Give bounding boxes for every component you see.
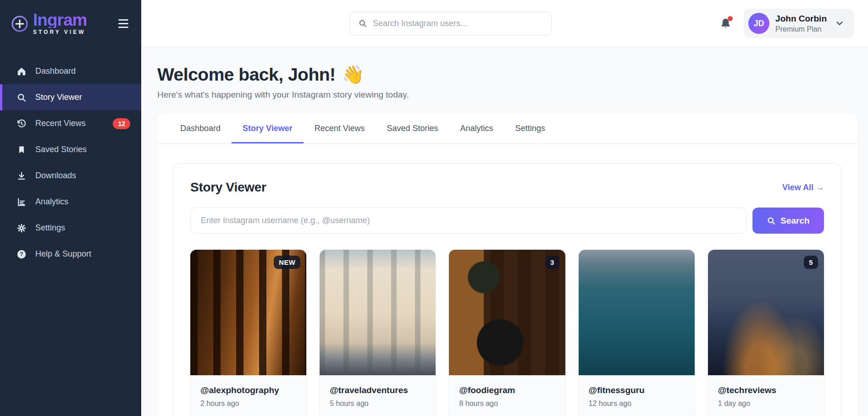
sidebar-item-label: Downloads <box>35 171 76 181</box>
story-badge: NEW <box>274 256 300 269</box>
story-image-ocean <box>579 250 695 375</box>
tab-analytics[interactable]: Analytics <box>449 114 504 143</box>
username-input[interactable] <box>190 208 746 234</box>
tab-dashboard[interactable]: Dashboard <box>169 114 232 143</box>
tab-recent-views[interactable]: Recent Views <box>304 114 376 143</box>
story-viewer-card: Story Viewer View All → Search <box>173 163 841 416</box>
help-icon: ? <box>16 249 27 260</box>
story-username: @alexphotography <box>200 385 296 395</box>
search-icon <box>16 92 27 103</box>
story-viewer-header: Story Viewer View All → <box>190 180 824 195</box>
user-menu[interactable]: JD John Corbin Premium Plan <box>744 9 854 38</box>
search-button-label: Search <box>780 216 809 226</box>
sidebar-item-label: Saved Stories <box>35 145 87 154</box>
header-actions: JD John Corbin Premium Plan <box>719 9 854 38</box>
download-icon <box>16 170 27 181</box>
search-button[interactable]: Search <box>752 208 824 234</box>
story-timestamp: 12 hours ago <box>589 400 685 408</box>
sidebar: Ingram STORY VIEW Dashboard Story V <box>0 0 141 416</box>
tab-story-viewer[interactable]: Story Viewer <box>232 114 304 143</box>
search-icon <box>358 19 367 28</box>
story-card[interactable]: @traveladventures 5 hours ago <box>320 250 436 416</box>
plus-circle-icon <box>10 14 29 33</box>
story-username: @traveladventures <box>330 385 426 395</box>
brand-tagline: STORY VIEW <box>33 29 87 35</box>
brand-name: Ingram <box>33 12 87 28</box>
global-search-box[interactable] <box>349 11 552 35</box>
story-timestamp: 2 hours ago <box>200 400 296 408</box>
main-panel: Dashboard Story Viewer Recent Views Save… <box>157 114 857 416</box>
panel-body: Story Viewer View All → Search <box>157 144 857 416</box>
page-content: Welcome back, John! 👋 Here's what's happ… <box>141 47 868 416</box>
sidebar-item-recent-views[interactable]: Recent Views 12 <box>0 110 141 137</box>
sidebar-item-story-viewer[interactable]: Story Viewer <box>0 84 141 110</box>
story-timestamp: 5 hours ago <box>330 400 426 408</box>
brand-text: Ingram STORY VIEW <box>33 12 87 35</box>
sidebar-header: Ingram STORY VIEW <box>0 0 141 47</box>
view-all-link[interactable]: View All → <box>782 183 824 192</box>
sidebar-item-label: Story Viewer <box>35 93 82 102</box>
sidebar-item-label: Analytics <box>35 197 68 207</box>
page-title: Welcome back, John! 👋 <box>157 64 857 85</box>
story-timestamp: 8 hours ago <box>459 400 555 408</box>
bookmark-icon <box>16 144 27 155</box>
story-card[interactable]: 5 @techreviews 1 day ago <box>708 250 824 416</box>
top-header: JD John Corbin Premium Plan <box>141 0 868 47</box>
story-timestamp: 1 day ago <box>718 400 814 408</box>
chevron-down-icon <box>835 18 845 28</box>
story-username: @techreviews <box>718 385 814 395</box>
story-footer: @traveladventures 5 hours ago <box>320 375 436 416</box>
user-name: John Corbin <box>775 14 827 24</box>
svg-text:?: ? <box>20 251 23 257</box>
story-image-city: 5 <box>708 250 824 375</box>
story-card[interactable]: NEW @alexphotography 2 hours ago <box>190 250 306 416</box>
username-search-row: Search <box>190 208 824 234</box>
wave-emoji: 👋 <box>342 64 364 85</box>
sidebar-item-saved-stories[interactable]: Saved Stories <box>0 137 141 163</box>
story-image-food: 3 <box>449 250 565 375</box>
sidebar-item-badge: 12 <box>113 118 130 129</box>
home-icon <box>16 66 27 77</box>
sidebar-item-label: Dashboard <box>35 66 76 76</box>
user-meta: John Corbin Premium Plan <box>775 14 827 33</box>
sidebar-item-label: Recent Views <box>35 119 86 128</box>
story-username: @fitnessguru <box>589 385 685 395</box>
section-title: Story Viewer <box>190 180 266 195</box>
sidebar-item-label: Settings <box>35 223 65 233</box>
brand-logo: Ingram STORY VIEW <box>10 12 87 35</box>
story-footer: @fitnessguru 12 hours ago <box>579 375 695 416</box>
avatar: JD <box>748 13 769 34</box>
tab-saved-stories[interactable]: Saved Stories <box>376 114 449 143</box>
user-plan: Premium Plan <box>775 25 827 33</box>
story-badge: 3 <box>545 256 559 269</box>
story-username: @foodiegram <box>459 385 555 395</box>
story-card[interactable]: @fitnessguru 12 hours ago <box>579 250 695 416</box>
story-footer: @alexphotography 2 hours ago <box>190 375 306 416</box>
gear-icon <box>16 223 27 234</box>
sidebar-item-downloads[interactable]: Downloads <box>0 163 141 189</box>
story-footer: @foodiegram 8 hours ago <box>449 375 565 416</box>
story-image-street <box>320 250 436 375</box>
story-image-arches: NEW <box>190 250 306 375</box>
notification-dot <box>728 16 733 21</box>
story-footer: @techreviews 1 day ago <box>708 375 824 416</box>
sidebar-item-help-support[interactable]: ? Help & Support <box>0 241 141 267</box>
app-root: Ingram STORY VIEW Dashboard Story V <box>0 0 868 416</box>
sidebar-item-dashboard[interactable]: Dashboard <box>0 58 141 84</box>
notifications-button[interactable] <box>719 17 732 30</box>
sidebar-item-settings[interactable]: Settings <box>0 215 141 241</box>
story-card[interactable]: 3 @foodiegram 8 hours ago <box>449 250 565 416</box>
tab-settings[interactable]: Settings <box>504 114 556 143</box>
sidebar-nav: Dashboard Story Viewer Recent Views 12 <box>0 47 141 267</box>
welcome-text: Welcome back, John! <box>157 65 336 85</box>
story-card-grid: NEW @alexphotography 2 hours ago <box>190 250 824 416</box>
sidebar-item-analytics[interactable]: Analytics <box>0 189 141 215</box>
history-icon <box>16 118 27 129</box>
search-icon <box>767 216 776 225</box>
main-area: JD John Corbin Premium Plan Welcome back… <box>141 0 868 416</box>
tab-bar: Dashboard Story Viewer Recent Views Save… <box>157 114 857 144</box>
analytics-icon <box>16 197 27 208</box>
sidebar-item-label: Help & Support <box>35 249 91 259</box>
hamburger-menu-icon[interactable] <box>118 19 128 28</box>
global-search-input[interactable] <box>373 19 543 28</box>
